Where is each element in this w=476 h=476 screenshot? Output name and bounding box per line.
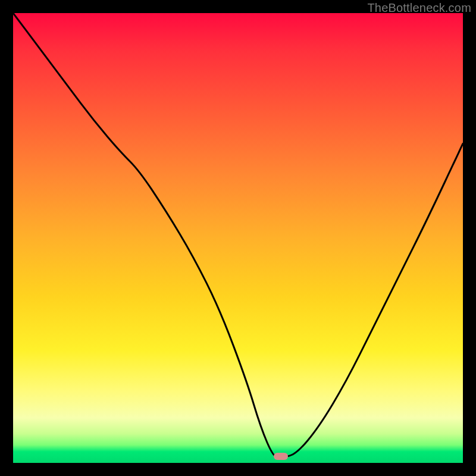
optimum-marker	[274, 453, 288, 460]
curve-path	[13, 13, 463, 458]
chart-plot-area	[13, 13, 463, 463]
watermark-text: TheBottleneck.com	[367, 1, 471, 15]
chart-frame: TheBottleneck.com	[0, 0, 476, 476]
bottleneck-curve	[13, 13, 463, 463]
